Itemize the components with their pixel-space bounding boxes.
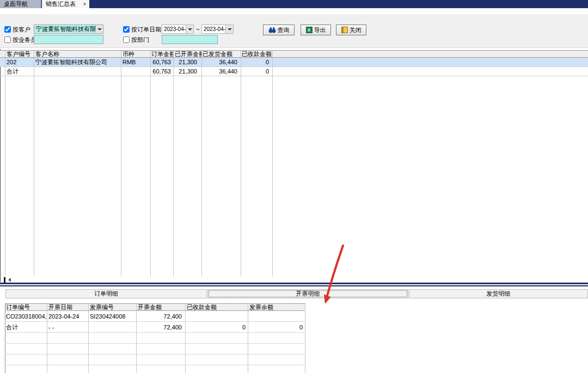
invoice-col-received-amount[interactable]: 已收款金额 — [187, 303, 218, 311]
department-input[interactable] — [162, 35, 218, 44]
customer-combobox[interactable]: 宁波要拓智能科技有限公司 — [34, 25, 103, 34]
summary-total-cell: 60,763 — [150, 67, 171, 76]
invoice-total-cell: 0 — [248, 322, 303, 333]
invoice-total-cell: 合计 — [6, 322, 46, 333]
tab-shipment-details[interactable]: 发货明细 — [409, 289, 588, 298]
summary-total-cell: 36,440 — [201, 67, 237, 76]
invoice-col-invoice-no[interactable]: 发票编号 — [90, 303, 134, 311]
scroll-left-icon[interactable] — [8, 278, 11, 282]
tab-desktop-nav[interactable]: 桌面导航 — [0, 0, 41, 8]
invoice-total-cell: 0 — [185, 322, 246, 333]
by-order-date-checkbox[interactable] — [123, 26, 130, 33]
summary-cell[interactable]: 0 — [241, 58, 269, 67]
window-tab-bar: 桌面导航 销售汇总表 × — [0, 0, 588, 8]
binoculars-icon — [268, 27, 276, 33]
tab-sales-summary[interactable]: 销售汇总表 — [42, 0, 80, 8]
by-order-date-label: 按订单日期 — [131, 25, 161, 34]
tab-order-details[interactable]: 订单明细 — [5, 289, 207, 298]
tab-close-icon[interactable]: × — [80, 0, 89, 8]
summary-col-invoiced-amount[interactable]: 已开票金额 — [175, 50, 201, 58]
chevron-down-icon[interactable] — [225, 25, 233, 33]
close-button[interactable]: 关闭 — [336, 25, 366, 35]
summary-col-received-amount[interactable]: 已收款金额 — [242, 50, 272, 58]
summary-cell[interactable]: 202 — [7, 58, 33, 67]
invoice-cell[interactable]: 72,400 — [136, 311, 182, 322]
summary-cell[interactable]: 21,300 — [173, 58, 197, 67]
summary-total-cell: 21,300 — [173, 67, 197, 76]
salesman-input[interactable] — [34, 35, 103, 44]
summary-total-cell: 0 — [241, 67, 269, 76]
chevron-down-icon[interactable] — [95, 25, 103, 33]
summary-col-shipped-amount[interactable]: 已发货金额 — [203, 50, 235, 58]
export-button[interactable]: X 导出 — [301, 25, 331, 35]
summary-cell[interactable]: 60,763 — [150, 58, 171, 67]
summary-cell[interactable]: 宁波要拓智能科技有限公司 — [35, 58, 120, 67]
by-salesman-checkbox[interactable] — [4, 36, 11, 43]
invoice-col-invoice-amount[interactable]: 开票金额 — [138, 303, 183, 311]
by-salesman-label: 按业务员 — [13, 35, 36, 44]
invoice-cell[interactable]: 2023-04-24 — [48, 311, 88, 322]
date-to-value: 2023-04-29 — [202, 25, 225, 33]
summary-col-customer-no[interactable]: 客户编号 — [7, 50, 33, 58]
summary-cell[interactable]: 36,440 — [201, 58, 237, 67]
by-customer-checkbox[interactable] — [4, 26, 11, 33]
query-button-label: 查询 — [278, 26, 290, 34]
invoice-total-cell: 72,400 — [136, 322, 182, 333]
date-from-value: 2023-04-01 — [162, 25, 186, 33]
splitter-bar[interactable] — [0, 283, 588, 284]
date-from-combobox[interactable]: 2023-04-01 — [162, 25, 194, 34]
date-to-combobox[interactable]: 2023-04-29 — [201, 25, 234, 34]
invoice-col-invoice-date[interactable]: 开票日期 — [48, 303, 87, 311]
splitter-bar[interactable] — [0, 285, 588, 286]
close-button-label: 关闭 — [350, 26, 362, 34]
date-range-separator: ~ — [196, 25, 199, 34]
summary-total-cell: 合计 — [7, 67, 33, 76]
invoice-cell[interactable]: SI230424008 — [90, 311, 135, 322]
by-customer-label: 按客户 — [13, 25, 30, 34]
summary-cell[interactable]: RMB — [122, 58, 150, 67]
summary-col-currency[interactable]: 币种 — [122, 50, 147, 58]
summary-col-order-amount[interactable]: 订单金额 — [151, 50, 173, 58]
exit-door-icon — [341, 27, 348, 33]
invoice-total-cell: - - — [48, 322, 88, 333]
invoice-col-invoice-balance[interactable]: 发票余额 — [249, 303, 281, 311]
panel-left-border — [0, 49, 1, 282]
customer-combobox-value: 宁波要拓智能科技有限公司 — [34, 25, 95, 33]
excel-icon: X — [306, 27, 313, 33]
invoice-cell[interactable]: CO230318004,C( — [6, 311, 46, 322]
chevron-down-icon[interactable] — [186, 25, 193, 33]
query-button[interactable]: 查询 — [263, 25, 295, 35]
export-button-label: 导出 — [314, 26, 326, 34]
invoice-col-order-no[interactable]: 订单编号 — [6, 303, 45, 311]
hscroll-thumb[interactable] — [4, 277, 5, 283]
summary-col-customer-name[interactable]: 客户名称 — [35, 50, 117, 58]
by-department-label: 按部门 — [131, 35, 149, 44]
by-department-checkbox[interactable] — [123, 36, 130, 43]
tab-invoice-details[interactable]: 开票明细 — [207, 289, 408, 298]
